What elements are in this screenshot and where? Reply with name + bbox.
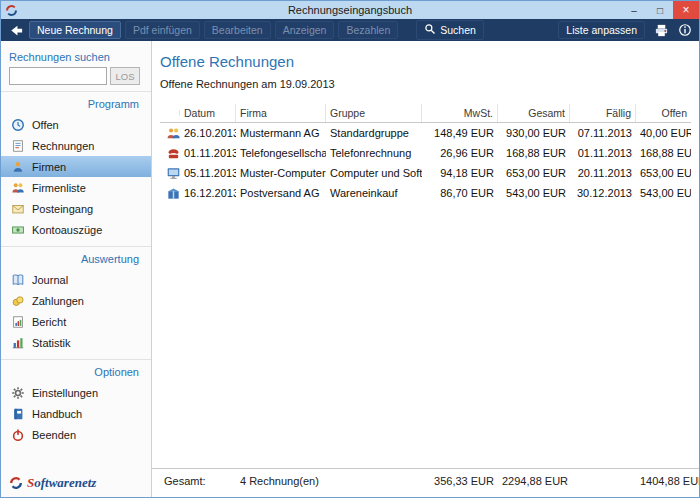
sidebar-item-label: Einstellungen bbox=[32, 387, 98, 399]
sidebar-item-label: Posteingang bbox=[32, 203, 93, 215]
cell-mwst: 86,70 EUR bbox=[422, 187, 498, 199]
minimize-button[interactable]: – bbox=[621, 1, 647, 19]
envelope-icon bbox=[11, 202, 25, 216]
section-optionen: Optionen Einstellungen bbox=[1, 359, 151, 445]
customize-list-button[interactable]: Liste anpassen bbox=[558, 21, 645, 39]
column-header-gesamt[interactable]: Gesamt bbox=[498, 104, 570, 122]
app-icon[interactable] bbox=[5, 3, 19, 17]
footer-gesamt-total: 2294,88 EUR bbox=[498, 475, 570, 487]
sidebar-item-label: Offen bbox=[32, 119, 59, 131]
column-header-firma[interactable]: Firma bbox=[236, 104, 326, 122]
coins-icon bbox=[11, 294, 25, 308]
show-button[interactable]: Anzeigen bbox=[275, 21, 335, 39]
money-icon bbox=[11, 223, 25, 237]
bar-chart-icon bbox=[11, 336, 25, 350]
sidebar-item-handbuch[interactable]: Handbuch bbox=[1, 403, 151, 424]
section-title-optionen: Optionen bbox=[1, 363, 151, 382]
cell-offen: 543,00 EUR bbox=[636, 187, 691, 199]
cell-firma: Telefongesellschaft bbox=[236, 147, 326, 159]
page-subtitle: Offene Rechnungen am 19.09.2013 bbox=[160, 78, 691, 90]
back-arrow-icon[interactable] bbox=[7, 22, 25, 38]
sidebar-item-bericht[interactable]: Bericht bbox=[1, 311, 151, 332]
info-icon[interactable] bbox=[677, 22, 693, 38]
sidebar-item-beenden[interactable]: Beenden bbox=[1, 424, 151, 445]
table-row[interactable]: 26.10.2013 Mustermann AG Standardgruppe … bbox=[160, 123, 691, 143]
power-icon bbox=[11, 428, 25, 442]
phone-icon bbox=[166, 146, 180, 161]
footer-mwst-total: 356,33 EUR bbox=[422, 475, 498, 487]
toolbar: Neue Rechnung Pdf einfügen Bearbeiten An… bbox=[1, 19, 699, 41]
sidebar-item-label: Beenden bbox=[32, 429, 76, 441]
table-header: Datum Firma Gruppe MwSt. Gesamt Fällig O… bbox=[160, 104, 691, 123]
cell-datum: 05.11.2013 bbox=[180, 167, 236, 179]
person-icon bbox=[11, 160, 25, 174]
sidebar-item-kontoauszuege[interactable]: Kontoauszüge bbox=[1, 219, 151, 240]
sidebar-item-rechnungen[interactable]: Rechnungen bbox=[1, 135, 151, 156]
section-title-programm: Programm bbox=[1, 95, 151, 114]
cell-faellig: 20.11.2013 bbox=[570, 167, 636, 179]
page-title: Offene Rechnungen bbox=[160, 53, 691, 70]
close-button[interactable]: × bbox=[673, 1, 699, 19]
column-header-gruppe[interactable]: Gruppe bbox=[326, 104, 422, 122]
maximize-button[interactable]: □ bbox=[647, 1, 673, 19]
sidebar-item-statistik[interactable]: Statistik bbox=[1, 332, 151, 353]
window-title: Rechnungseingangsbuch bbox=[1, 4, 699, 16]
new-invoice-button[interactable]: Neue Rechnung bbox=[29, 21, 121, 39]
table-row[interactable]: 05.11.2013 Muster-Computer Computer und … bbox=[160, 163, 691, 183]
search-go-button[interactable]: LOS bbox=[110, 67, 140, 85]
printer-icon[interactable] bbox=[653, 22, 669, 38]
cell-offen: 40,00 EUR bbox=[636, 127, 691, 139]
cell-gruppe: Computer und Soft... bbox=[326, 167, 422, 179]
column-header-faellig[interactable]: Fällig bbox=[570, 104, 636, 122]
book-icon bbox=[11, 407, 25, 421]
sidebar-item-firmenliste[interactable]: Firmenliste bbox=[1, 177, 151, 198]
sidebar-item-label: Rechnungen bbox=[32, 140, 94, 152]
sidebar-item-einstellungen[interactable]: Einstellungen bbox=[1, 382, 151, 403]
sidebar-item-journal[interactable]: Journal bbox=[1, 269, 151, 290]
cell-datum: 16.12.2013 bbox=[180, 187, 236, 199]
footer-invoice-count: 4 Rechnung(en) bbox=[236, 475, 326, 487]
cell-gruppe: Telefonrechnung bbox=[326, 147, 422, 159]
titlebar: Rechnungseingangsbuch – □ × bbox=[1, 1, 699, 19]
softwarenetz-logo: Softwarenetz bbox=[9, 475, 96, 491]
cell-gesamt: 543,00 EUR bbox=[498, 187, 570, 199]
section-auswertung: Auswertung Journal Zahlungen bbox=[1, 246, 151, 353]
gear-icon bbox=[11, 386, 25, 400]
cell-faellig: 30.12.2013 bbox=[570, 187, 636, 199]
column-header-icon bbox=[160, 110, 180, 116]
section-title-auswertung: Auswertung bbox=[1, 250, 151, 269]
sidebar-item-posteingang[interactable]: Posteingang bbox=[1, 198, 151, 219]
sidebar-item-label: Zahlungen bbox=[32, 295, 84, 307]
column-header-offen[interactable]: Offen bbox=[636, 104, 691, 122]
cell-gesamt: 168,88 EUR bbox=[498, 147, 570, 159]
people-icon bbox=[11, 181, 25, 195]
search-button[interactable]: Suchen bbox=[416, 20, 484, 40]
edit-button[interactable]: Bearbeiten bbox=[204, 21, 271, 39]
cell-offen: 653,00 EUR bbox=[636, 167, 691, 179]
insert-pdf-button[interactable]: Pdf einfügen bbox=[125, 21, 200, 39]
app-window: Rechnungseingangsbuch – □ × Neue Rechnun… bbox=[0, 0, 700, 498]
cell-mwst: 94,18 EUR bbox=[422, 167, 498, 179]
softwarenetz-logo-icon bbox=[9, 476, 23, 490]
section-programm: Programm Offen Rechnungen bbox=[1, 91, 151, 240]
sidebar-item-label: Statistik bbox=[32, 337, 71, 349]
cell-mwst: 26,96 EUR bbox=[422, 147, 498, 159]
main-content: Offene Rechnungen Offene Rechnungen am 1… bbox=[152, 41, 699, 497]
computer-icon bbox=[166, 166, 180, 181]
table-row[interactable]: 16.12.2013 Postversand AG Wareneinkauf 8… bbox=[160, 183, 691, 203]
sidebar-item-label: Bericht bbox=[32, 316, 66, 328]
column-header-datum[interactable]: Datum bbox=[180, 104, 236, 122]
search-input[interactable] bbox=[9, 67, 107, 85]
sidebar-item-offen[interactable]: Offen bbox=[1, 114, 151, 135]
invoice-icon bbox=[11, 139, 25, 153]
cell-firma: Muster-Computer bbox=[236, 167, 326, 179]
cell-datum: 26.10.2013 bbox=[180, 127, 236, 139]
pay-button[interactable]: Bezahlen bbox=[338, 21, 398, 39]
column-header-mwst[interactable]: MwSt. bbox=[422, 104, 498, 122]
table-row[interactable]: 01.11.2013 Telefongesellschaft Telefonre… bbox=[160, 143, 691, 163]
cell-mwst: 148,49 EUR bbox=[422, 127, 498, 139]
sidebar-item-zahlungen[interactable]: Zahlungen bbox=[1, 290, 151, 311]
sidebar-item-label: Handbuch bbox=[32, 408, 82, 420]
sidebar-item-firmen[interactable]: Firmen bbox=[1, 156, 151, 177]
report-icon bbox=[11, 315, 25, 329]
